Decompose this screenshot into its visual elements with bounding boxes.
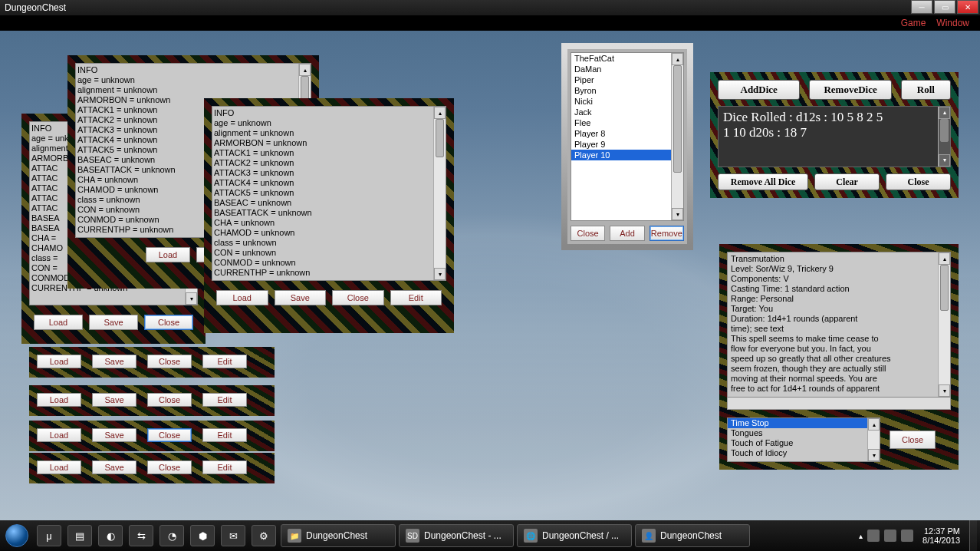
- character-bar-2: Load Save Close Edit: [29, 385, 275, 416]
- load-button[interactable]: Load: [34, 315, 83, 330]
- taskbar-pinned-icon[interactable]: ⇆: [129, 525, 153, 546]
- tray-icon[interactable]: [884, 530, 896, 542]
- close-button[interactable]: Close: [147, 393, 192, 407]
- dice-panel: AddDice RemoveDice Roll Dice Rolled : d1…: [710, 72, 959, 198]
- window-titlebar: DungeonChest ─ ▭ ✕: [0, 0, 980, 15]
- scrollbar[interactable]: ▴▾: [938, 252, 950, 397]
- taskbar-pinned-icon[interactable]: ⬢: [190, 525, 215, 546]
- edit-button[interactable]: Edit: [202, 460, 247, 474]
- start-button[interactable]: [0, 520, 34, 551]
- player-list-item[interactable]: Byron: [571, 85, 683, 96]
- dice-clear-button[interactable]: Clear: [814, 173, 880, 190]
- taskbar-task[interactable]: 🌐DungeonChest / ...: [517, 524, 632, 547]
- system-tray: ▴ 12:37 PM 8/14/2013: [859, 520, 980, 551]
- taskbar-clock[interactable]: 12:37 PM 8/14/2013: [918, 526, 965, 545]
- character-bar-4: Load Save Close Edit: [29, 453, 275, 483]
- menu-game[interactable]: Game: [901, 18, 926, 28]
- dice-remove-all-button[interactable]: Remove All Dice: [718, 173, 808, 190]
- task-icon: 👤: [642, 529, 656, 543]
- load-button[interactable]: Load: [37, 355, 81, 368]
- scrollbar[interactable]: ▴▾: [867, 418, 880, 461]
- dice-remove-button[interactable]: RemoveDice: [809, 80, 891, 100]
- save-button[interactable]: Save: [92, 393, 136, 407]
- taskbar-time: 12:37 PM: [922, 526, 960, 536]
- player-close-button[interactable]: Close: [571, 226, 605, 241]
- player-list-item[interactable]: TheFatCat: [571, 53, 683, 64]
- save-button[interactable]: Save: [92, 355, 136, 368]
- character-bar-1: Load Save Close Edit: [29, 347, 275, 378]
- window-minimize-button[interactable]: ─: [911, 0, 932, 14]
- player-list-item[interactable]: Nicki: [571, 96, 683, 107]
- player-list-item[interactable]: Jack: [571, 107, 683, 117]
- task-label: DungeonChest / ...: [542, 530, 619, 541]
- task-label: DungeonChest: [306, 530, 367, 541]
- close-button[interactable]: Close: [147, 428, 192, 442]
- show-desktop-button[interactable]: [969, 520, 977, 551]
- taskbar-pinned-icon[interactable]: μ: [37, 525, 61, 546]
- scrollbar[interactable]: ▴▾: [671, 53, 683, 220]
- taskbar-task[interactable]: SDDungeonChest - ...: [399, 524, 514, 547]
- save-button[interactable]: Save: [275, 290, 327, 305]
- load-button[interactable]: Load: [37, 393, 81, 407]
- edit-button[interactable]: Edit: [390, 290, 442, 305]
- taskbar-pinned-icon[interactable]: ◔: [159, 525, 184, 546]
- taskbar: μ ▤ ◐ ⇆ ◔ ⬢ ✉ ⚙ 📁DungeonChestSDDungeonCh…: [0, 520, 980, 551]
- spell-list-item[interactable]: Tongues: [728, 428, 880, 438]
- player-list-item[interactable]: Player 10: [571, 150, 683, 160]
- scrollbar-horizontal[interactable]: [727, 398, 951, 410]
- player-list-item[interactable]: Player 9: [571, 139, 683, 150]
- spell-list[interactable]: Time StopTonguesTouch of FatigueTouch of…: [727, 417, 880, 462]
- task-icon: 🌐: [524, 529, 538, 543]
- window-close-button[interactable]: ✕: [957, 0, 978, 14]
- menubar: Game Window: [0, 15, 980, 31]
- dice-output: Dice Rolled : d12s : 10 5 8 2 5 1 10 d20…: [718, 106, 951, 167]
- spell-list-item[interactable]: Touch of Idiocy: [728, 448, 880, 458]
- tray-volume-icon[interactable]: [901, 530, 913, 542]
- spell-close-button[interactable]: Close: [890, 431, 936, 449]
- task-label: DungeonChest: [660, 530, 722, 541]
- player-remove-button[interactable]: Remove: [649, 226, 684, 241]
- load-button[interactable]: Load: [146, 247, 190, 262]
- scrollbar[interactable]: ▴▾: [433, 107, 446, 280]
- spell-list-item[interactable]: Touch of Fatigue: [728, 438, 880, 448]
- save-button[interactable]: Save: [89, 315, 138, 330]
- player-list-item[interactable]: DaMan: [571, 64, 683, 74]
- close-button[interactable]: Close: [332, 290, 384, 305]
- player-add-button[interactable]: Add: [610, 226, 644, 241]
- taskbar-pinned-icon[interactable]: ▤: [67, 525, 92, 546]
- player-list[interactable]: TheFatCatDaManPiperByronNickiJackFleePla…: [571, 52, 684, 221]
- window-title: DungeonChest: [5, 2, 66, 13]
- edit-button[interactable]: Edit: [202, 428, 247, 442]
- taskbar-pinned-icon[interactable]: ⚙: [252, 525, 276, 546]
- close-button[interactable]: Close: [147, 355, 192, 368]
- dice-roll-button[interactable]: Roll: [901, 80, 951, 100]
- taskbar-task[interactable]: 👤DungeonChest: [635, 524, 750, 547]
- window-maximize-button[interactable]: ▭: [934, 0, 955, 14]
- menu-window[interactable]: Window: [936, 18, 969, 28]
- spell-description-text: Transmutation Level: Sor/Wiz 9, Trickery…: [731, 254, 891, 393]
- dice-close-button[interactable]: Close: [886, 173, 951, 190]
- spell-panel: Transmutation Level: Sor/Wiz 9, Trickery…: [719, 244, 959, 470]
- player-list-item[interactable]: Flee: [571, 117, 683, 128]
- taskbar-pinned-icon[interactable]: ✉: [221, 525, 245, 546]
- spell-description[interactable]: Transmutation Level: Sor/Wiz 9, Trickery…: [727, 252, 951, 398]
- edit-button[interactable]: Edit: [202, 393, 247, 407]
- close-button[interactable]: Close: [147, 460, 192, 474]
- load-button[interactable]: Load: [216, 290, 268, 305]
- taskbar-pinned-icon[interactable]: ◐: [98, 525, 123, 546]
- spell-list-item[interactable]: Time Stop: [728, 418, 880, 428]
- load-button[interactable]: Load: [37, 460, 81, 474]
- taskbar-date: 8/14/2013: [922, 536, 960, 545]
- tray-expand-icon[interactable]: ▴: [859, 532, 863, 540]
- player-list-item[interactable]: Player 8: [571, 128, 683, 139]
- player-list-item[interactable]: Piper: [571, 74, 683, 85]
- tray-icon[interactable]: [867, 530, 880, 542]
- taskbar-task[interactable]: 📁DungeonChest: [281, 524, 396, 547]
- dice-add-button[interactable]: AddDice: [718, 80, 800, 100]
- save-button[interactable]: Save: [92, 460, 136, 474]
- scrollbar[interactable]: ▴▾: [938, 107, 950, 167]
- edit-button[interactable]: Edit: [202, 355, 247, 368]
- save-button[interactable]: Save: [92, 428, 136, 442]
- close-button[interactable]: Close: [144, 315, 193, 330]
- load-button[interactable]: Load: [37, 428, 81, 442]
